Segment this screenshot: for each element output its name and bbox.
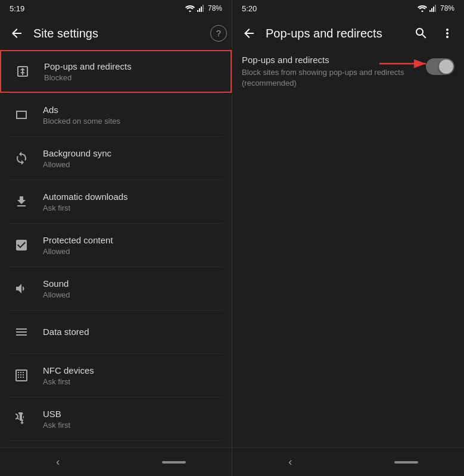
back-button-left[interactable] (5, 21, 29, 45)
popups-title: Pop-ups and redirects (44, 61, 221, 73)
sound-title: Sound (43, 278, 222, 290)
svg-rect-2 (199, 8, 200, 12)
data-stored-text: Data stored (43, 326, 222, 338)
automatic-downloads-title: Automatic downloads (43, 191, 222, 203)
usb-subtitle: Ask first (43, 421, 222, 430)
settings-item-data-stored[interactable]: Data stored (0, 311, 232, 353)
sound-icon (10, 277, 33, 300)
wifi-icon-right (418, 5, 427, 12)
ads-text: Ads Blocked on some sites (43, 104, 222, 126)
ads-subtitle: Blocked on some sites (43, 117, 222, 126)
svg-point-0 (189, 11, 191, 12)
signal-icon (197, 5, 205, 12)
background-sync-text: Background sync Allowed (43, 148, 222, 170)
background-sync-icon (10, 146, 33, 170)
status-bar-left: 5:19 78% (0, 0, 232, 17)
page-title-left: Site settings (33, 27, 210, 40)
svg-rect-6 (429, 10, 431, 12)
settings-item-sound[interactable]: Sound Allowed (0, 267, 232, 310)
right-panel: 5:20 78% Pop-ups and redirects (232, 0, 464, 476)
nav-home-bar (162, 461, 186, 464)
popups-detail-title: Pop-ups and redirects (242, 55, 416, 65)
popups-detail-desc: Block sites from showing pop-ups and red… (242, 67, 416, 89)
data-stored-icon (10, 320, 33, 344)
settings-list: Pop-ups and redirects Blocked Ads Blocke… (0, 50, 232, 447)
sound-text: Sound Allowed (43, 278, 222, 300)
background-sync-subtitle: Allowed (43, 160, 222, 169)
ads-icon (10, 103, 33, 127)
data-stored-title: Data stored (43, 326, 222, 338)
bottom-nav-left: ‹ (0, 447, 232, 476)
settings-item-usb[interactable]: USB Ask first (0, 397, 232, 440)
back-button-right[interactable] (237, 21, 261, 45)
popups-subtitle: Blocked (44, 73, 221, 82)
search-button[interactable] (409, 21, 433, 45)
bottom-nav-right: ‹ (232, 447, 464, 476)
time-left: 5:19 (10, 4, 24, 13)
status-icons-right: 78% (418, 4, 454, 12)
protected-content-subtitle: Allowed (43, 247, 222, 256)
protected-content-title: Protected content (43, 234, 222, 246)
help-icon: ? (216, 29, 221, 38)
svg-rect-8 (433, 7, 434, 12)
usb-icon (10, 407, 33, 431)
status-bar-right: 5:20 78% (232, 0, 464, 17)
nav-back-icon-right: ‹ (288, 456, 292, 468)
left-panel: 5:19 78% Site settings ? (0, 0, 232, 476)
help-button[interactable]: ? (210, 25, 227, 42)
popups-detail-text: Pop-ups and redirects Block sites from s… (242, 55, 416, 89)
signal-icon-right (429, 5, 438, 12)
usb-text: USB Ask first (43, 408, 222, 430)
top-bar-actions-right (409, 21, 459, 45)
page-title-right: Pop-ups and redirects (266, 27, 409, 40)
protected-content-icon (10, 233, 33, 257)
nav-back-icon: ‹ (56, 456, 60, 468)
detail-content: Pop-ups and redirects Block sites from s… (232, 50, 464, 447)
nfc-devices-text: NFC devices Ask first (43, 365, 222, 387)
popups-text: Pop-ups and redirects Blocked (44, 61, 221, 83)
settings-item-background-sync[interactable]: Background sync Allowed (0, 137, 232, 180)
wifi-icon (185, 5, 195, 12)
popups-toggle[interactable] (426, 58, 454, 75)
automatic-downloads-text: Automatic downloads Ask first (43, 191, 222, 213)
svg-point-5 (421, 11, 423, 12)
svg-rect-1 (197, 10, 198, 12)
battery-text-right: 78% (440, 4, 454, 12)
settings-item-automatic-downloads[interactable]: Automatic downloads Ask first (0, 180, 232, 223)
status-icons-left: 78% (185, 4, 222, 12)
nav-back-right[interactable]: ‹ (272, 450, 308, 474)
protected-content-text: Protected content Allowed (43, 234, 222, 256)
popups-setting-row: Pop-ups and redirects Block sites from s… (232, 50, 464, 98)
top-bar-left: Site settings ? (0, 17, 232, 50)
top-bar-right: Pop-ups and redirects (232, 17, 464, 50)
automatic-downloads-icon (10, 190, 33, 214)
more-options-button[interactable] (435, 21, 459, 45)
sound-subtitle: Allowed (43, 290, 222, 299)
nav-home-left[interactable] (156, 450, 192, 474)
usb-title: USB (43, 408, 222, 420)
svg-rect-7 (431, 8, 432, 12)
ads-title: Ads (43, 104, 222, 116)
nfc-devices-icon (10, 364, 33, 387)
toggle-knob (439, 60, 453, 74)
settings-item-protected-content[interactable]: Protected content Allowed (0, 224, 232, 267)
top-bar-actions-left: ? (210, 25, 227, 42)
svg-rect-3 (201, 7, 202, 12)
background-sync-title: Background sync (43, 148, 222, 159)
battery-text-left: 78% (208, 4, 222, 12)
automatic-downloads-subtitle: Ask first (43, 203, 222, 212)
nav-back-left[interactable]: ‹ (40, 450, 76, 474)
popups-icon (11, 60, 35, 83)
nfc-devices-title: NFC devices (43, 365, 222, 377)
svg-rect-4 (203, 5, 204, 12)
nav-home-right[interactable] (388, 450, 424, 474)
toggle-container (426, 57, 454, 75)
nav-home-bar-right (394, 461, 418, 464)
nfc-devices-subtitle: Ask first (43, 377, 222, 386)
time-right: 5:20 (242, 4, 257, 13)
settings-item-clipboard[interactable]: Clipboard (0, 441, 232, 447)
settings-item-popups[interactable]: Pop-ups and redirects Blocked (0, 50, 232, 93)
settings-item-ads[interactable]: Ads Blocked on some sites (0, 93, 232, 136)
svg-rect-9 (435, 5, 436, 12)
settings-item-nfc-devices[interactable]: NFC devices Ask first (0, 354, 232, 397)
